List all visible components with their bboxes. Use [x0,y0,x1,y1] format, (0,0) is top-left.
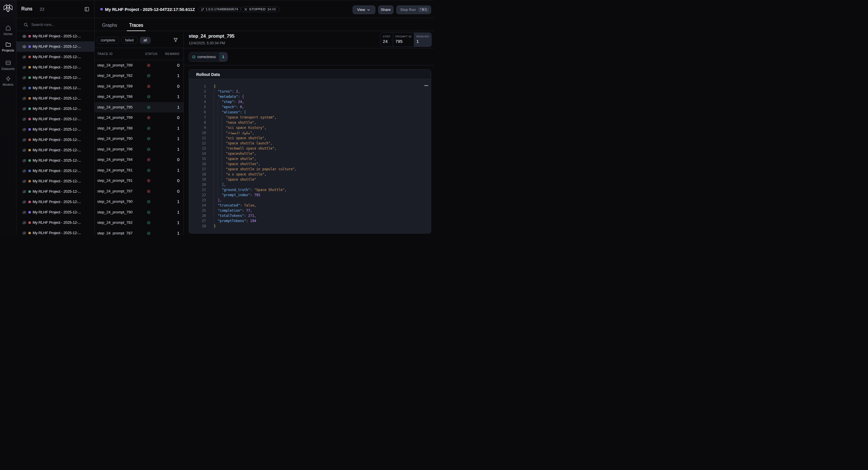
eye-off-icon[interactable] [22,179,27,184]
sidebar-item-projects[interactable]: Projects [0,41,16,52]
run-color-swatch [29,128,31,131]
panel-collapse-icon[interactable] [85,7,89,11]
trace-detail-header: step_24_prompt_795 12/4/2025, 5:30:34 PM… [184,31,434,48]
filter-chip-all[interactable]: all [140,37,151,44]
trace-row[interactable]: step_24_prompt_7901 [95,207,184,218]
run-row[interactable]: My RLHF Project - 2025-12-... [17,41,94,52]
eye-off-icon[interactable] [22,96,27,101]
status-success-icon [147,148,150,151]
status-pill[interactable]: STOPPED $4.65 [241,7,280,12]
run-tabs: Graphs Traces [95,18,434,31]
eye-off-icon[interactable] [22,65,27,70]
line-number: 9 [189,125,206,130]
eye-icon[interactable] [22,34,27,38]
run-row[interactable]: My RLHF Project - 2025-12-... [17,145,94,155]
eye-off-icon[interactable] [22,86,27,90]
run-row[interactable]: My RLHF Project - 2025-12-... [17,72,94,83]
code-line: 16 "space shuttles", [189,161,431,166]
view-button[interactable]: View [352,5,375,14]
sidebar-item-home[interactable]: Home [0,25,16,36]
trace-row[interactable]: step_24_prompt_7910 [95,176,184,186]
run-row[interactable]: My RLHF Project - 2025-12-... [17,197,94,207]
trace-reward: 0 [177,115,180,120]
sidebar-item-models[interactable]: Models [0,76,16,86]
run-color-swatch [29,76,31,79]
run-row[interactable]: My RLHF Project - 2025-12-... [17,62,94,72]
eye-off-icon[interactable] [22,190,27,194]
eye-off-icon[interactable] [22,138,27,142]
trace-row[interactable]: step_24_prompt_7871 [95,228,184,235]
eye-off-icon[interactable] [22,117,27,121]
stat-label: PROMPT ID [396,35,411,38]
run-row[interactable]: My RLHF Project - 2025-12-... [17,114,94,124]
run-row[interactable]: My RLHF Project - 2025-12-... [17,176,94,186]
eye-off-icon[interactable] [22,210,27,215]
trace-row[interactable]: step_24_prompt_7990 [95,113,184,123]
filter-chip-failed[interactable]: failed [121,37,137,44]
rollout-json-viewer[interactable]: 1{2 "turns": 2,3 "metadata": {4 "step": … [189,79,431,233]
trace-row[interactable]: step_24_prompt_7821 [95,70,184,81]
trace-row[interactable]: step_24_prompt_7861 [95,91,184,102]
eye-off-icon[interactable] [22,55,27,59]
run-row[interactable]: My RLHF Project - 2025-12-... [17,166,94,176]
stop-run-button[interactable]: Stop Run ^⌘S [396,5,431,14]
line-number: 3 [189,94,206,99]
run-row[interactable]: My RLHF Project - 2025-12-... [17,217,94,228]
eye-off-icon[interactable] [22,231,27,235]
trace-row[interactable]: step_24_prompt_7901 [95,133,184,144]
search-input[interactable] [31,18,92,31]
eye-off-icon[interactable] [22,169,27,173]
trace-row[interactable]: step_24_prompt_7901 [95,196,184,207]
brand-logo-icon[interactable] [4,4,13,12]
code-line: 1{ [189,84,431,89]
trace-row[interactable]: step_24_prompt_7811 [95,165,184,176]
trace-row[interactable]: step_24_prompt_7840 [95,154,184,165]
sidebar-item-label: Projects [0,49,16,52]
sidebar-item-datasets[interactable]: Datasets [0,60,16,70]
trace-row[interactable]: step_24_prompt_7961 [95,144,184,155]
status-success-icon [147,106,150,109]
run-row[interactable]: My RLHF Project - 2025-12-... [17,103,94,114]
eye-off-icon[interactable] [22,221,27,225]
trace-row[interactable]: step_24_prompt_7970 [95,186,184,197]
run-row[interactable]: My RLHF Project - 2025-12-... [17,52,94,62]
trace-row[interactable]: step_24_prompt_7821 [95,217,184,228]
run-name: My RLHF Project - 2025-12-... [33,168,81,173]
eye-off-icon[interactable] [22,148,27,152]
trace-id: step_24_prompt_786 [97,94,132,99]
run-row[interactable]: My RLHF Project - 2025-12-... [17,186,94,197]
eye-off-icon[interactable] [22,107,27,111]
filter-chip-complete[interactable]: complete [97,37,119,44]
status-failed-icon [147,85,150,88]
tab-graphs[interactable]: Graphs [100,18,119,31]
run-row[interactable]: My RLHF Project - 2025-12-... [17,155,94,166]
eye-off-icon[interactable] [22,127,27,132]
correctness-chip[interactable]: correctness 1 [189,52,228,62]
run-row[interactable]: My RLHF Project - 2025-12-... [17,207,94,217]
version-badge[interactable]: 1.0.0-1764886669574 [198,7,241,12]
runs-count: 22 [40,7,44,11]
run-row[interactable]: My RLHF Project - 2025-12-... [17,228,94,235]
run-row[interactable]: My RLHF Project - 2025-12-... [17,135,94,145]
status-success-icon [147,232,150,235]
trace-id: step_24_prompt_789 [97,84,132,88]
eye-off-icon[interactable] [22,76,27,80]
trace-row[interactable]: step_24_prompt_7951 [95,102,184,113]
run-row[interactable]: My RLHF Project - 2025-12-... [17,31,94,41]
share-button[interactable]: Share [378,5,394,14]
eye-off-icon[interactable] [22,200,27,204]
trace-row[interactable]: step_24_prompt_7881 [95,123,184,134]
run-row[interactable]: My RLHF Project - 2025-12-... [17,83,94,93]
run-row[interactable]: My RLHF Project - 2025-12-... [17,93,94,103]
code-line: 4 "step": 24, [189,99,431,104]
tab-traces[interactable]: Traces [127,18,146,31]
status-success-icon [147,74,150,77]
run-row[interactable]: My RLHF Project - 2025-12-... [17,124,94,135]
eye-icon[interactable] [22,44,27,49]
trace-row[interactable]: step_24_prompt_7890 [95,81,184,92]
fold-minus-icon[interactable] [424,85,428,86]
filter-funnel-icon[interactable] [174,38,178,42]
line-number: 4 [189,99,206,104]
trace-row[interactable]: step_24_prompt_7890 [95,60,184,71]
eye-off-icon[interactable] [22,158,27,163]
